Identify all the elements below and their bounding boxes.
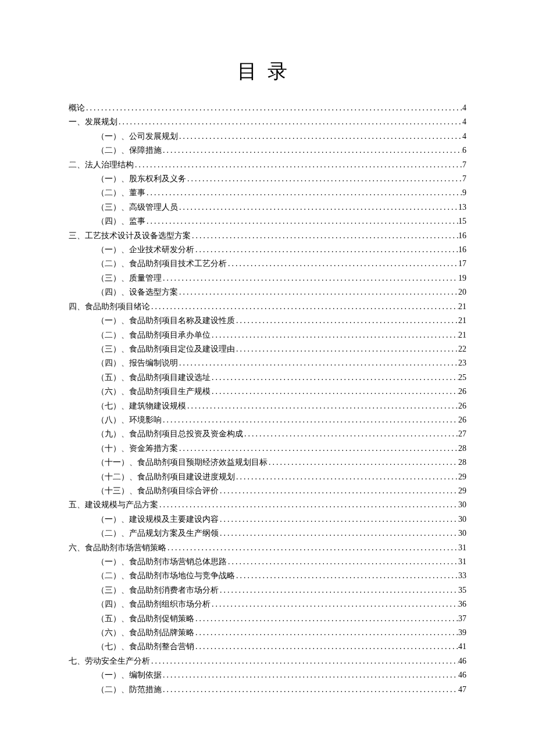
- toc-entry-label: （三）、食品助剂消费者市场分析: [97, 583, 219, 597]
- toc-entry-page: 30: [458, 498, 466, 512]
- toc-leader-dots: [85, 101, 462, 115]
- toc-entry-page: 9: [462, 186, 466, 200]
- toc-leader-dots: [227, 555, 458, 569]
- toc-entry-page: 21: [458, 300, 466, 314]
- toc-entry-page: 35: [458, 583, 466, 597]
- toc-entry-page: 37: [458, 612, 466, 626]
- toc-entry: （三）、食品助剂项目定位及建设理由22: [69, 342, 466, 356]
- toc-leader-dots: [178, 442, 458, 456]
- toc-entry: （二）、产品规划方案及生产纲领30: [69, 526, 466, 540]
- toc-entry-page: 47: [458, 683, 466, 697]
- toc-entry-label: 六、食品助剂市场营销策略: [69, 541, 166, 555]
- toc-entry-label: 七、劳动安全生产分析: [69, 654, 150, 668]
- toc-entry-label: 二、法人治理结构: [69, 158, 134, 172]
- toc-leader-dots: [178, 356, 458, 370]
- toc-entry-page: 21: [458, 314, 466, 328]
- toc-leader-dots: [235, 342, 458, 356]
- toc-entry-label: （六）、食品助剂品牌策略: [97, 626, 194, 640]
- toc-entry-label: （三）、高级管理人员: [97, 200, 178, 214]
- toc-entry: （七）、食品助剂整合营销41: [69, 640, 466, 654]
- toc-entry-label: 五、建设规模与产品方案: [69, 498, 158, 512]
- toc-entry-label: （二）、董事: [97, 186, 145, 200]
- toc-leader-dots: [235, 314, 458, 328]
- toc-leader-dots: [211, 371, 458, 385]
- toc-entry: （一）、股东权利及义务7: [69, 172, 466, 186]
- toc-entry-label: （三）、食品助剂项目定位及建设理由: [97, 342, 235, 356]
- toc-entry-label: （四）、报告编制说明: [97, 356, 178, 370]
- toc-entry: （四）、监事15: [69, 214, 466, 228]
- toc-entry: 二、法人治理结构7: [69, 158, 466, 172]
- toc-leader-dots: [150, 300, 458, 314]
- toc-leader-dots: [158, 498, 458, 512]
- toc-entry-label: （六）、食品助剂项目生产规模: [97, 385, 211, 399]
- toc-leader-dots: [145, 214, 458, 228]
- toc-entry: （一）、企业技术研发分析16: [69, 243, 466, 257]
- toc-entry-page: 26: [458, 399, 466, 413]
- toc-entry-label: （八）、环境影响: [97, 413, 162, 427]
- toc-entry-label: 一、发展规划: [69, 115, 117, 129]
- toc-entry-label: 四、食品助剂项目绪论: [69, 300, 150, 314]
- toc-leader-dots: [166, 541, 458, 555]
- toc-entry-label: （七）、建筑物建设规模: [97, 399, 186, 413]
- toc-entry: （五）、食品助剂项目建设选址25: [69, 371, 466, 385]
- toc-leader-dots: [191, 229, 458, 243]
- toc-entry-page: 41: [458, 640, 466, 654]
- toc-leader-dots: [219, 526, 458, 540]
- toc-leader-dots: [178, 200, 458, 214]
- toc-leader-dots: [235, 470, 458, 484]
- toc-leader-dots: [194, 640, 458, 654]
- toc-entry: （七）、建筑物建设规模26: [69, 399, 466, 413]
- toc-entry: （五）、食品助剂促销策略37: [69, 612, 466, 626]
- toc-entry-label: （十一）、食品助剂项目预期经济效益规划目标: [97, 456, 268, 470]
- toc-entry: （八）、环境影响26: [69, 413, 466, 427]
- toc-leader-dots: [162, 413, 458, 427]
- toc-entry-page: 29: [458, 484, 466, 498]
- toc-entry-label: （十二）、食品助剂项目建设进度规划: [97, 470, 235, 484]
- toc-entry-label: （二）、食品助剂市场地位与竞争战略: [97, 569, 235, 583]
- toc-entry-label: （四）、设备选型方案: [97, 285, 178, 299]
- toc-entry: （三）、高级管理人员13: [69, 200, 466, 214]
- toc-entry: （二）、保障措施6: [69, 144, 466, 157]
- toc-entry-page: 7: [462, 158, 466, 172]
- toc-entry: （九）、食品助剂项目总投资及资金构成27: [69, 427, 466, 441]
- toc-entry: （一）、建设规模及主要建设内容30: [69, 513, 466, 526]
- toc-leader-dots: [162, 144, 462, 157]
- toc-leader-dots: [211, 385, 458, 399]
- toc-entry: （十）、资金筹措方案28: [69, 442, 466, 456]
- toc-leader-dots: [178, 130, 462, 144]
- toc-leader-dots: [268, 456, 458, 470]
- toc-entry: （二）、食品助剂项目承办单位21: [69, 328, 466, 342]
- toc-entry-page: 22: [458, 342, 466, 356]
- toc-entry: （二）、防范措施47: [69, 683, 466, 697]
- toc-entry-label: （五）、食品助剂项目建设选址: [97, 371, 211, 385]
- toc-entry: 三、工艺技术设计及设备选型方案16: [69, 229, 466, 243]
- toc-entry: 四、食品助剂项目绪论21: [69, 300, 466, 314]
- toc-entry: （一）、编制依据46: [69, 668, 466, 682]
- toc-leader-dots: [227, 257, 458, 271]
- toc-entry-label: （二）、产品规划方案及生产纲领: [97, 526, 219, 540]
- toc-entry-label: （五）、食品助剂促销策略: [97, 612, 194, 626]
- toc-entry: （十三）、食品助剂项目综合评价29: [69, 484, 466, 498]
- toc-entry: 五、建设规模与产品方案30: [69, 498, 466, 512]
- toc-entry-page: 29: [458, 470, 466, 484]
- toc-entry-page: 6: [462, 144, 466, 157]
- toc-entry-label: 三、工艺技术设计及设备选型方案: [69, 229, 191, 243]
- toc-entry-label: （十）、资金筹措方案: [97, 442, 178, 456]
- toc-entry-page: 26: [458, 385, 466, 399]
- toc-title: 目录: [69, 58, 466, 85]
- toc-entry: （十二）、食品助剂项目建设进度规划29: [69, 470, 466, 484]
- toc-entry-page: 30: [458, 526, 466, 540]
- toc-entry-label: （四）、食品助剂组织市场分析: [97, 597, 211, 611]
- toc-entry-page: 16: [458, 243, 466, 257]
- toc-entry-page: 4: [462, 101, 466, 115]
- toc-entry-page: 20: [458, 285, 466, 299]
- toc-entry-label: （十三）、食品助剂项目综合评价: [97, 484, 219, 498]
- toc-entry: （三）、质量管理19: [69, 271, 466, 285]
- toc-entry: （六）、食品助剂品牌策略39: [69, 626, 466, 640]
- toc-leader-dots: [194, 243, 458, 257]
- toc-entry-page: 17: [458, 257, 466, 271]
- toc-leader-dots: [219, 583, 458, 597]
- toc-entry-label: （九）、食品助剂项目总投资及资金构成: [97, 427, 243, 441]
- toc-entry-label: （一）、股东权利及义务: [97, 172, 186, 186]
- toc-entry-page: 31: [458, 555, 466, 569]
